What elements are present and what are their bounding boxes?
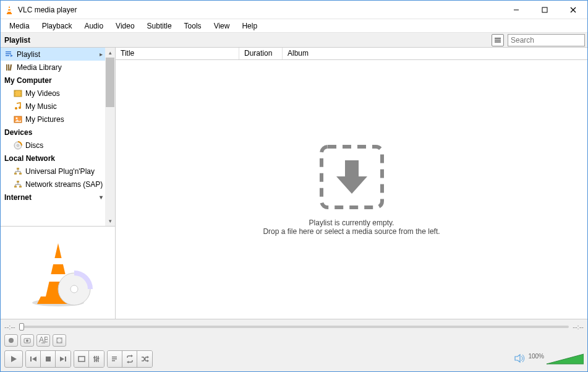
sidebar-item-sap[interactable]: Network streams (SAP) xyxy=(1,178,115,191)
stop-button[interactable] xyxy=(41,351,56,367)
menu-view[interactable]: View xyxy=(208,20,236,32)
svg-marker-59 xyxy=(32,357,36,361)
svg-rect-65 xyxy=(96,356,97,362)
toggle-playlist-button[interactable] xyxy=(108,351,122,367)
svg-marker-14 xyxy=(11,54,13,57)
menu-video[interactable]: Video xyxy=(109,20,140,32)
view-mode-button[interactable] xyxy=(492,34,504,46)
svg-point-28 xyxy=(16,117,18,119)
menu-subtitle[interactable]: Subtitle xyxy=(141,20,178,32)
seek-row: --:-- --:-- xyxy=(4,322,584,332)
svg-rect-69 xyxy=(97,358,100,359)
sidebar-group-internet[interactable]: Internet ▾ xyxy=(1,191,115,204)
volume-label: 100% xyxy=(528,353,544,360)
svg-rect-33 xyxy=(14,173,17,175)
sidebar-item-my-videos[interactable]: My Videos xyxy=(1,87,115,100)
shuffle-button[interactable] xyxy=(137,351,152,367)
sidebar-scrollbar[interactable]: ▴ ▾ xyxy=(105,48,115,226)
menu-playback[interactable]: Playback xyxy=(36,20,79,32)
col-album[interactable]: Album xyxy=(283,48,587,59)
maximize-button[interactable] xyxy=(530,1,559,19)
main-controls-row: 100% xyxy=(4,350,584,368)
svg-rect-60 xyxy=(46,357,51,361)
svg-point-25 xyxy=(15,107,17,110)
svg-rect-1 xyxy=(7,13,12,14)
svg-rect-23 xyxy=(20,93,21,93)
next-button[interactable] xyxy=(56,351,70,367)
svg-rect-3 xyxy=(7,11,11,12)
svg-rect-68 xyxy=(95,360,98,361)
menu-help[interactable]: Help xyxy=(236,20,263,32)
scroll-thumb[interactable] xyxy=(106,58,114,107)
view-group xyxy=(74,350,104,368)
snapshot-button[interactable] xyxy=(20,334,34,347)
svg-rect-36 xyxy=(14,186,17,188)
playlist-header-title: Playlist xyxy=(1,36,492,45)
col-title[interactable]: Title xyxy=(116,48,239,59)
extended-settings-button[interactable] xyxy=(89,351,104,367)
library-icon xyxy=(4,63,14,72)
previous-button[interactable] xyxy=(26,351,41,367)
loop-button[interactable] xyxy=(122,351,137,367)
chevron-down-icon[interactable]: ▾ xyxy=(100,194,104,201)
svg-rect-40 xyxy=(51,258,66,264)
sidebar-label: My Pictures xyxy=(25,115,64,124)
sidebar-group-label: Internet xyxy=(4,193,32,202)
svg-rect-8 xyxy=(495,38,501,39)
volume-slider[interactable] xyxy=(547,353,584,365)
elapsed-time[interactable]: --:-- xyxy=(4,323,15,331)
close-button[interactable] xyxy=(559,1,587,19)
fullscreen-button[interactable] xyxy=(74,351,89,367)
record-button[interactable] xyxy=(4,334,18,347)
source-tree: Playlist ▸ Media Library My Computer My … xyxy=(1,48,115,226)
menu-tools[interactable]: Tools xyxy=(178,20,208,32)
chevron-right-icon[interactable]: ▸ xyxy=(100,51,104,58)
empty-playlist-dropzone[interactable]: Playlist is currently empty. Drop a file… xyxy=(116,60,587,319)
sidebar-item-upnp[interactable]: Universal Plug'n'Play xyxy=(1,165,115,178)
sidebar-label: Network streams (SAP) xyxy=(25,180,103,189)
window-title: VLC media player xyxy=(18,6,502,14)
speaker-icon[interactable] xyxy=(514,353,526,365)
playlist-group xyxy=(107,350,153,368)
svg-rect-37 xyxy=(19,186,22,188)
play-button[interactable] xyxy=(4,350,23,368)
menubar: Media Playback Audio Video Subtitle Tool… xyxy=(1,19,587,33)
minimize-button[interactable] xyxy=(502,1,530,19)
svg-rect-13 xyxy=(6,55,9,56)
col-duration[interactable]: Duration xyxy=(239,48,283,59)
sidebar-item-media-library[interactable]: Media Library xyxy=(1,61,115,74)
svg-rect-71 xyxy=(112,358,117,360)
sidebar-item-playlist[interactable]: Playlist ▸ xyxy=(1,48,115,61)
svg-marker-74 xyxy=(127,361,129,363)
menu-media[interactable]: Media xyxy=(3,20,36,32)
menu-audio[interactable]: Audio xyxy=(78,20,109,32)
svg-point-47 xyxy=(9,338,14,343)
atob-loop-button[interactable]: AB xyxy=(36,334,50,347)
svg-rect-21 xyxy=(15,95,15,95)
playlist-main: Title Duration Album Playlist is current… xyxy=(116,48,587,319)
sidebar: Playlist ▸ Media Library My Computer My … xyxy=(1,48,116,319)
sidebar-item-my-music[interactable]: My Music xyxy=(1,100,115,113)
svg-rect-54 xyxy=(58,342,58,342)
svg-rect-10 xyxy=(495,41,501,43)
network-icon xyxy=(13,167,23,176)
sidebar-label: Media Library xyxy=(17,63,62,72)
seek-slider[interactable] xyxy=(19,326,569,328)
svg-marker-77 xyxy=(515,355,520,362)
sidebar-item-my-pictures[interactable]: My Pictures xyxy=(1,113,115,126)
svg-marker-73 xyxy=(131,355,133,357)
scroll-down-icon[interactable]: ▾ xyxy=(105,216,115,226)
sidebar-item-discs[interactable]: Discs xyxy=(1,139,115,152)
scroll-up-icon[interactable]: ▴ xyxy=(105,48,115,58)
sidebar-label: My Videos xyxy=(25,89,60,98)
svg-marker-76 xyxy=(147,360,149,362)
svg-rect-55 xyxy=(61,339,61,339)
svg-rect-20 xyxy=(15,93,15,93)
seek-handle[interactable] xyxy=(19,323,24,331)
frame-step-button[interactable] xyxy=(53,334,66,347)
svg-rect-35 xyxy=(17,181,19,183)
empty-text-2: Drop a file here or select a media sourc… xyxy=(263,227,440,236)
extra-controls-row: AB xyxy=(4,334,584,347)
total-time[interactable]: --:-- xyxy=(573,323,584,331)
search-input[interactable] xyxy=(508,34,585,46)
